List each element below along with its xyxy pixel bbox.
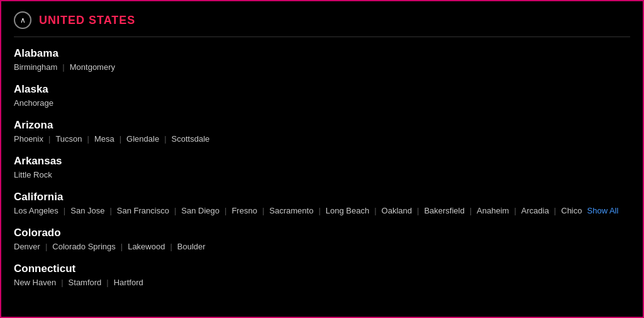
city-link-new-haven[interactable]: New Haven — [14, 278, 56, 287]
city-link-san-jose[interactable]: San Jose — [70, 206, 104, 215]
state-name-alabama: Alabama — [14, 47, 630, 60]
state-section-arkansas: ArkansasLittle Rock — [14, 155, 630, 179]
city-link-fresno[interactable]: Fresno — [231, 206, 257, 215]
city-link-little-rock[interactable]: Little Rock — [14, 170, 52, 179]
separator-icon: | — [174, 206, 176, 215]
city-link-los-angeles[interactable]: Los Angeles — [14, 206, 58, 215]
list-item: |San Jose — [58, 206, 105, 215]
city-link-long-beach[interactable]: Long Beach — [326, 206, 369, 215]
list-item: |San Diego — [169, 206, 219, 215]
separator-icon: | — [45, 242, 47, 251]
list-item: |Anaheim — [465, 206, 509, 215]
list-item: |Arcadia — [509, 206, 548, 215]
city-link-anaheim[interactable]: Anaheim — [477, 206, 509, 215]
city-link-san-francisco[interactable]: San Francisco — [117, 206, 169, 215]
list-item: New Haven — [14, 278, 56, 287]
list-item: |Bakersfield — [412, 206, 465, 215]
separator-icon: | — [106, 278, 108, 287]
separator-icon: | — [61, 278, 63, 287]
list-item: |Lakewood — [116, 242, 165, 251]
list-item: |Boulder — [165, 242, 205, 251]
city-link-montgomery[interactable]: Montgomery — [70, 62, 115, 72]
city-list-connecticut: New Haven|Stamford|Hartford — [14, 278, 630, 287]
city-link-sacramento[interactable]: Sacramento — [269, 206, 313, 215]
state-section-california: CaliforniaLos Angeles|San Jose|San Franc… — [14, 191, 630, 215]
city-link-phoenix[interactable]: Phoenix — [14, 134, 43, 144]
separator-icon: | — [470, 206, 472, 215]
list-item: |San Francisco — [104, 206, 169, 215]
collapse-button[interactable]: ∧ — [14, 11, 31, 29]
separator-icon: | — [109, 206, 111, 215]
city-list-alabama: Birmingham|Montgomery — [14, 62, 630, 72]
list-item: |Montgomery — [57, 62, 115, 72]
separator-icon: | — [164, 134, 166, 144]
state-name-colorado: Colorado — [14, 227, 630, 239]
city-link-san-diego[interactable]: San Diego — [181, 206, 219, 215]
list-item: |Chico — [549, 206, 582, 215]
city-link-bakersfield[interactable]: Bakersfield — [424, 206, 464, 215]
list-item: |Long Beach — [313, 206, 369, 215]
country-title: UNITED STATES — [39, 14, 135, 27]
state-section-connecticut: ConnecticutNew Haven|Stamford|Hartford — [14, 263, 630, 287]
city-list-alaska: Anchorage — [14, 98, 630, 108]
state-section-alabama: AlabamaBirmingham|Montgomery — [14, 47, 630, 72]
separator-icon: | — [170, 242, 172, 251]
list-item: |Scottsdale — [159, 134, 209, 144]
list-item: |Fresno — [219, 206, 257, 215]
list-item: Anchorage — [14, 98, 53, 108]
list-item: |Stamford — [56, 278, 101, 287]
list-item: |Tucson — [43, 134, 82, 144]
city-link-denver[interactable]: Denver — [14, 242, 40, 251]
separator-icon: | — [514, 206, 516, 215]
city-link-glendale[interactable]: Glendale — [126, 134, 159, 144]
separator-icon: | — [225, 206, 226, 215]
city-link-oakland[interactable]: Oakland — [382, 206, 412, 215]
separator-icon: | — [374, 206, 376, 215]
city-link-lakewood[interactable]: Lakewood — [128, 242, 165, 251]
city-link-boulder[interactable]: Boulder — [177, 242, 206, 251]
main-container: ∧ UNITED STATES AlabamaBirmingham|Montgo… — [1, 1, 643, 309]
chevron-up-icon: ∧ — [20, 16, 26, 25]
list-item: Los Angeles — [14, 206, 58, 215]
separator-icon: | — [417, 206, 419, 215]
city-link-colorado-springs[interactable]: Colorado Springs — [52, 242, 115, 251]
list-item: |Sacramento — [257, 206, 313, 215]
separator-icon: | — [121, 242, 123, 251]
list-item: Phoenix — [14, 134, 43, 144]
separator-icon: | — [62, 62, 64, 72]
list-item: |Mesa — [82, 134, 114, 144]
states-list: AlabamaBirmingham|MontgomeryAlaskaAnchor… — [14, 47, 630, 287]
show-all-link-california[interactable]: Show All — [587, 206, 619, 215]
list-item: |Glendale — [114, 134, 159, 144]
state-section-alaska: AlaskaAnchorage — [14, 83, 630, 108]
separator-icon: | — [87, 134, 89, 144]
city-link-anchorage[interactable]: Anchorage — [14, 98, 53, 108]
city-link-stamford[interactable]: Stamford — [69, 278, 102, 287]
state-name-arkansas: Arkansas — [14, 155, 630, 168]
list-item: Little Rock — [14, 170, 52, 179]
city-link-scottsdale[interactable]: Scottsdale — [172, 134, 210, 144]
list-item: Birmingham — [14, 62, 57, 72]
header-divider — [14, 37, 630, 37]
city-link-birmingham[interactable]: Birmingham — [14, 62, 57, 72]
city-link-chico[interactable]: Chico — [561, 206, 582, 215]
separator-icon: | — [119, 134, 121, 144]
city-list-colorado: Denver|Colorado Springs|Lakewood|Boulder — [14, 242, 630, 251]
list-item: |Colorado Springs — [40, 242, 116, 251]
header: ∧ UNITED STATES — [14, 11, 630, 29]
city-list-arizona: Phoenix|Tucson|Mesa|Glendale|Scottsdale — [14, 134, 630, 144]
state-name-california: California — [14, 191, 630, 203]
state-name-connecticut: Connecticut — [14, 263, 630, 275]
state-name-arizona: Arizona — [14, 119, 630, 132]
state-section-colorado: ColoradoDenver|Colorado Springs|Lakewood… — [14, 227, 630, 251]
city-link-tucson[interactable]: Tucson — [55, 134, 82, 144]
separator-icon: | — [48, 134, 50, 144]
list-item: |Oakland — [369, 206, 412, 215]
separator-icon: | — [64, 206, 65, 215]
separator-icon: | — [262, 206, 264, 215]
city-list-california: Los Angeles|San Jose|San Francisco|San D… — [14, 206, 630, 215]
city-link-mesa[interactable]: Mesa — [94, 134, 114, 144]
list-item: Denver — [14, 242, 40, 251]
city-link-hartford[interactable]: Hartford — [114, 278, 143, 287]
city-link-arcadia[interactable]: Arcadia — [521, 206, 549, 215]
